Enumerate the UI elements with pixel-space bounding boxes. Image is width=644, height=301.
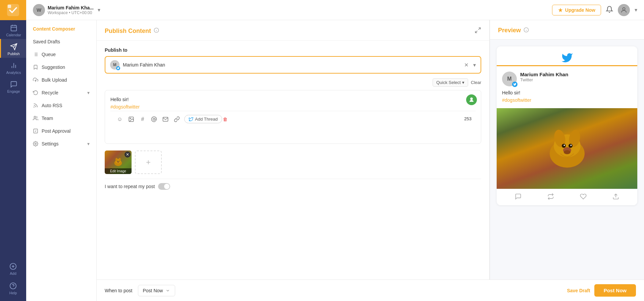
preview-hashtag: #dogsoftwitter	[502, 96, 632, 104]
sidebar-item-publish[interactable]: Publish	[0, 39, 26, 58]
workspace-chevron-icon[interactable]: ▾	[98, 7, 100, 13]
svg-point-54	[564, 150, 571, 154]
quick-select-row: Quick Select ▾ Clear	[105, 78, 481, 87]
user-chevron-icon[interactable]: ▾	[635, 7, 637, 13]
hashtag-button[interactable]: #	[137, 114, 148, 125]
sidebar-item-engage[interactable]: Engage	[0, 77, 26, 95]
svg-line-30	[476, 31, 478, 33]
sidebar-item-team[interactable]: Team	[26, 112, 96, 125]
workspace-sub: Workspace • UTC+00:00	[48, 10, 94, 15]
compose-expand-button[interactable]	[475, 27, 481, 35]
mail-button[interactable]	[160, 114, 171, 125]
workspace-selector[interactable]: W Marium Fahim Kha... Workspace • UTC+00…	[33, 4, 100, 16]
sidebar-item-bulk-upload[interactable]: Bulk Upload	[26, 74, 96, 86]
settings-chevron-icon: ▾	[87, 141, 90, 146]
sidebar-item-help[interactable]: Help	[0, 279, 26, 297]
twitter-badge	[116, 66, 120, 70]
compose-footer: When to post Post Now Save Draft Post No…	[97, 280, 644, 301]
preview-content-text: Hello sir!	[502, 89, 632, 96]
content-editor[interactable]: Hello sir! #dogsoftwitter ☺ #	[105, 90, 481, 144]
sidebar-item-queue[interactable]: Queue	[26, 48, 96, 61]
account-name: Marium Fahim Khan	[123, 62, 461, 68]
preview-comment-icon[interactable]	[515, 193, 522, 201]
toggle-knob	[164, 184, 169, 189]
repeat-toggle[interactable]	[158, 183, 170, 190]
user-avatar[interactable]	[618, 4, 630, 16]
workspace-name: Marium Fahim Kha...	[48, 5, 94, 10]
sidebar-item-suggestion[interactable]: Suggestion	[26, 61, 96, 74]
post-time-selector[interactable]: Post Now	[138, 285, 176, 296]
svg-point-33	[130, 118, 131, 119]
account-remove-icon[interactable]: ✕	[464, 62, 468, 68]
sidebar-item-add[interactable]: Add	[0, 259, 26, 277]
sidebar-item-auto-rss[interactable]: Auto RSS	[26, 99, 96, 112]
preview-avatar: M	[502, 72, 517, 86]
app-logo[interactable]	[0, 0, 26, 20]
images-row: ✕ Edit Image +	[105, 147, 481, 177]
sidebar-nav: Content Composer Saved Drafts Queue Sugg…	[26, 20, 96, 301]
svg-point-22	[34, 116, 36, 118]
svg-point-34	[153, 118, 155, 120]
preview-retweet-icon[interactable]	[547, 193, 554, 201]
preview-title: Preview	[498, 27, 521, 34]
footer-right: Save Draft Post Now	[567, 284, 636, 297]
upgrade-button[interactable]: Upgrade Now	[552, 5, 601, 15]
hashtag-text: #dogsoftwitter	[110, 103, 476, 111]
sidebar-item-settings[interactable]: Settings ▾	[26, 137, 96, 150]
preview-body: M Marium Fahim Khan Twitter Hello sir! #…	[490, 40, 644, 280]
workspace-avatar: W	[33, 4, 45, 16]
svg-line-29	[479, 28, 481, 30]
image-remove-icon[interactable]: ✕	[125, 152, 131, 158]
preview-account-name: Marium Fahim Khan	[520, 72, 568, 77]
add-thread-button[interactable]: Add Thread	[184, 115, 222, 123]
clear-button[interactable]: Clear	[471, 80, 481, 85]
edit-image-label[interactable]: Edit Image	[105, 168, 132, 174]
repeat-row: I want to repeat my post	[105, 179, 481, 194]
quick-select-button[interactable]: Quick Select ▾	[433, 78, 468, 87]
mention-button[interactable]	[149, 114, 159, 125]
svg-point-49	[562, 144, 566, 148]
topbar-right: Upgrade Now ▾	[552, 4, 637, 16]
account-dropdown-icon[interactable]: ▾	[473, 62, 476, 68]
sidebar-item-analytics[interactable]: Analytics	[0, 58, 26, 77]
content-text: Hello sir!	[110, 96, 476, 103]
editor-toolbar: ☺ # Add Thread	[110, 111, 476, 127]
icon-bar-bottom: Add Help	[0, 259, 26, 301]
sidebar-item-saved-drafts[interactable]: Saved Drafts	[26, 35, 96, 48]
post-now-button[interactable]: Post Now	[594, 284, 636, 297]
editor-user-avatar	[466, 94, 477, 105]
compose-header: Publish Content	[97, 20, 489, 41]
twitter-preview-card: M Marium Fahim Khan Twitter Hello sir! #…	[497, 46, 637, 205]
sidebar-item-content-composer[interactable]: Content Composer	[26, 23, 96, 35]
quick-select-chevron-icon: ▾	[462, 80, 464, 85]
preview-like-icon[interactable]	[580, 193, 587, 201]
topbar: W Marium Fahim Kha... Workspace • UTC+00…	[26, 0, 644, 20]
svg-point-40	[118, 161, 119, 162]
svg-point-39	[117, 161, 118, 162]
svg-point-52	[570, 144, 572, 146]
image-thumb-1[interactable]: ✕ Edit Image	[105, 150, 132, 174]
publish-to-label: Publish to	[105, 47, 481, 53]
preview-share-icon[interactable]	[612, 193, 619, 201]
sidebar-item-post-approval[interactable]: Post Approval	[26, 125, 96, 137]
preview-header: Preview	[490, 20, 644, 40]
account-selector[interactable]: M Marium Fahim Khan ✕ ▾	[105, 56, 481, 74]
save-draft-button[interactable]: Save Draft	[567, 288, 590, 293]
notifications-button[interactable]	[606, 6, 613, 14]
link-button[interactable]	[171, 114, 182, 125]
main-content: Publish Content Publish to M	[97, 20, 644, 301]
preview-info-icon[interactable]	[524, 27, 529, 34]
when-to-post-label: When to post	[105, 288, 133, 293]
sidebar-item-recycle[interactable]: Recycle ▾	[26, 86, 96, 99]
image-button[interactable]	[126, 114, 137, 125]
compose-info-icon[interactable]	[154, 28, 159, 34]
preview-post-info: Marium Fahim Khan Twitter	[520, 72, 568, 82]
delete-icon[interactable]: 🗑	[223, 116, 228, 123]
emoji-button[interactable]: ☺	[114, 114, 125, 125]
svg-point-21	[34, 107, 34, 107]
svg-point-51	[563, 144, 565, 146]
repeat-label: I want to repeat my post	[105, 184, 155, 189]
icon-bar: Calendar Publish Analytics Engage Add	[0, 0, 26, 301]
sidebar-item-calendar[interactable]: Calendar	[0, 20, 26, 39]
add-image-button[interactable]: +	[135, 150, 162, 174]
